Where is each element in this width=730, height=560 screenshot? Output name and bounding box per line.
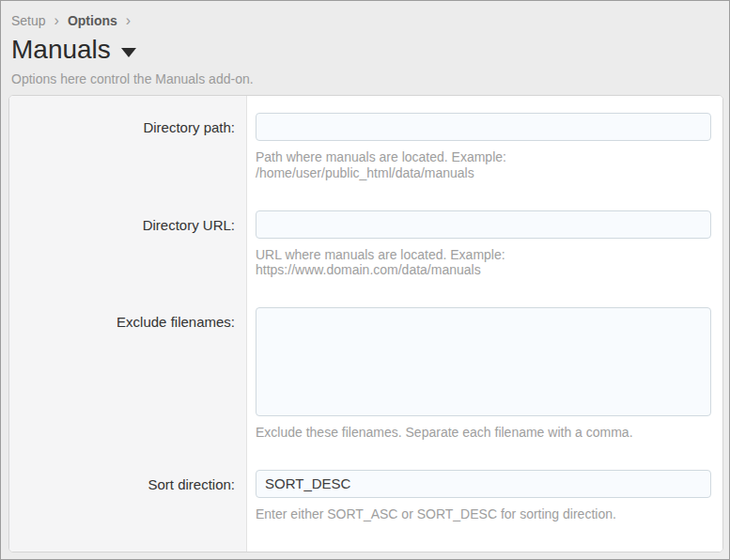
field-help-text: Path where manuals are located. Example:… (256, 149, 711, 181)
chevron-right-icon: › (54, 13, 59, 28)
field-label: Sort direction: (9, 470, 247, 492)
breadcrumb-options-link[interactable]: Options (68, 13, 117, 28)
field-content: Exclude these filenames. Separate each f… (247, 307, 722, 470)
field-help-text: Exclude these filenames. Separate each f… (256, 425, 711, 441)
field-label: Directory path: (9, 113, 247, 135)
field-content: URL where manuals are located. Example: … (247, 210, 722, 308)
field-content: Enter either SORT_ASC or SORT_DESC for s… (247, 470, 722, 552)
directory-path-input[interactable] (256, 113, 711, 141)
form-row: Directory path: Path where manuals are l… (9, 113, 722, 210)
exclude-filenames-textarea[interactable] (256, 307, 711, 416)
manuals-options-page: Setup › Options › Manuals Options here c… (0, 0, 730, 560)
page-subtitle: Options here control the Manuals add-on. (11, 71, 720, 86)
addon-selector-dropdown[interactable]: Manuals (11, 36, 136, 65)
breadcrumb: Setup › Options › (11, 13, 720, 28)
directory-url-input[interactable] (256, 210, 711, 239)
chevron-right-icon: › (126, 13, 131, 28)
field-label: Directory URL: (9, 210, 247, 233)
sort-direction-input[interactable] (256, 470, 711, 498)
field-label: Exclude filenames: (9, 307, 247, 330)
page-header: Setup › Options › Manuals Options here c… (1, 1, 729, 86)
field-help-text: URL where manuals are located. Example: … (256, 247, 711, 279)
caret-down-icon (121, 48, 136, 57)
form-row: Directory URL: URL where manuals are loc… (9, 210, 722, 308)
page-title: Manuals (11, 36, 111, 65)
field-help-text: Enter either SORT_ASC or SORT_DESC for s… (256, 506, 711, 522)
form-row: Sort direction: Enter either SORT_ASC or… (9, 470, 722, 552)
form-area: Directory path: Path where manuals are l… (9, 96, 722, 552)
form-row: Exclude filenames: Exclude these filenam… (9, 307, 722, 470)
breadcrumb-setup-link[interactable]: Setup (11, 13, 46, 28)
form-footer: Save (9, 552, 722, 552)
options-form-panel: Directory path: Path where manuals are l… (8, 95, 723, 552)
field-content: Path where manuals are located. Example:… (247, 113, 722, 210)
